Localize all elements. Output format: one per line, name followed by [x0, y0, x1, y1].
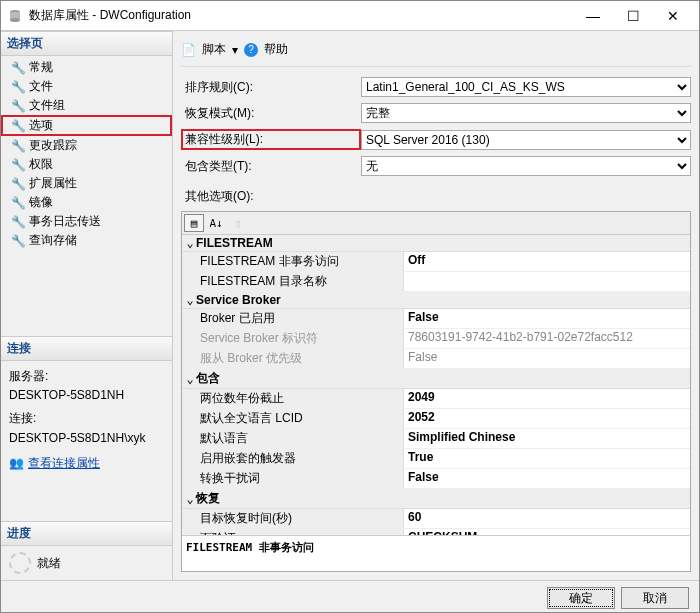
propgrid-category[interactable]: ⌄恢复 — [182, 489, 690, 509]
collapse-icon[interactable]: ⌄ — [184, 372, 196, 386]
sidebar-item-2[interactable]: 🔧文件组 — [1, 96, 172, 115]
prop-name: Broker 已启用 — [182, 309, 404, 328]
cancel-button[interactable]: 取消 — [621, 587, 689, 609]
prop-name: 启用嵌套的触发器 — [182, 449, 404, 468]
wrench-icon: 🔧 — [11, 215, 25, 229]
propgrid-row[interactable]: 默认语言Simplified Chinese — [182, 429, 690, 449]
sidebar-item-label: 文件组 — [29, 97, 65, 114]
prop-value[interactable]: False — [404, 469, 690, 488]
view-connection-link[interactable]: 查看连接属性 — [28, 454, 100, 473]
propgrid-category[interactable]: ⌄包含 — [182, 369, 690, 389]
app-icon — [7, 8, 23, 24]
contain-select[interactable]: 无 — [361, 156, 691, 176]
prop-name: 默认语言 — [182, 429, 404, 448]
propgrid-row[interactable]: 服从 Broker 优先级False — [182, 349, 690, 369]
category-label: FILESTREAM — [196, 236, 273, 250]
server-label: 服务器: — [9, 367, 164, 386]
propgrid-row[interactable]: 转换干扰词False — [182, 469, 690, 489]
compat-select[interactable]: SQL Server 2016 (130) — [361, 130, 691, 150]
propgrid-row[interactable]: FILESTREAM 非事务访问Off — [182, 252, 690, 272]
prop-value[interactable]: Off — [404, 252, 690, 271]
collapse-icon[interactable]: ⌄ — [184, 492, 196, 506]
prop-value[interactable]: 2052 — [404, 409, 690, 428]
prop-value[interactable] — [404, 272, 690, 291]
minimize-button[interactable]: — — [573, 2, 613, 30]
prop-name: 服从 Broker 优先级 — [182, 349, 404, 368]
sidebar-item-label: 扩展属性 — [29, 175, 77, 192]
other-options-label: 其他选项(O): — [181, 188, 361, 205]
categorized-button[interactable]: ▤ — [184, 214, 204, 232]
prop-value[interactable]: 2049 — [404, 389, 690, 408]
connection-header: 连接 — [1, 336, 172, 361]
propgrid-row[interactable]: Broker 已启用False — [182, 309, 690, 329]
sidebar-item-0[interactable]: 🔧常规 — [1, 58, 172, 77]
prop-value[interactable]: 60 — [404, 509, 690, 528]
propgrid-help: FILESTREAM 非事务访问 — [182, 535, 690, 571]
propgrid-category[interactable]: ⌄FILESTREAM — [182, 235, 690, 252]
window-controls: — ☐ ✕ — [573, 2, 693, 30]
sidebar-item-label: 文件 — [29, 78, 53, 95]
alphabetical-button[interactable]: A↓ — [206, 214, 226, 232]
collation-select[interactable]: Latin1_General_100_CI_AS_KS_WS — [361, 77, 691, 97]
sidebar-item-3[interactable]: 🔧选项 — [1, 115, 172, 136]
sidebar-item-label: 查询存储 — [29, 232, 77, 249]
wrench-icon: 🔧 — [11, 139, 25, 153]
propgrid-toolbar: ▤ A↓ ▯ — [182, 212, 690, 235]
sidebar-item-1[interactable]: 🔧文件 — [1, 77, 172, 96]
user-icon: 👥 — [9, 454, 24, 473]
propgrid-row[interactable]: FILESTREAM 目录名称 — [182, 272, 690, 292]
prop-name: Service Broker 标识符 — [182, 329, 404, 348]
sidebar-item-6[interactable]: 🔧扩展属性 — [1, 174, 172, 193]
sidebar-item-4[interactable]: 🔧更改跟踪 — [1, 136, 172, 155]
sidebar-item-label: 常规 — [29, 59, 53, 76]
left-panel: 选择页 🔧常规🔧文件🔧文件组🔧选项🔧更改跟踪🔧权限🔧扩展属性🔧镜像🔧事务日志传送… — [1, 31, 173, 580]
spinner-icon — [9, 552, 31, 574]
wrench-icon: 🔧 — [11, 234, 25, 248]
category-label: 恢复 — [196, 490, 220, 507]
toolbar: 📄 脚本 ▾ ? 帮助 — [181, 39, 691, 67]
dropdown-icon[interactable]: ▾ — [232, 43, 238, 57]
recovery-select[interactable]: 完整 — [361, 103, 691, 123]
script-button[interactable]: 脚本 — [202, 41, 226, 58]
close-button[interactable]: ✕ — [653, 2, 693, 30]
collapse-icon[interactable]: ⌄ — [184, 293, 196, 307]
propgrid-row[interactable]: 两位数年份截止2049 — [182, 389, 690, 409]
propgrid-body[interactable]: ⌄FILESTREAMFILESTREAM 非事务访问OffFILESTREAM… — [182, 235, 690, 535]
propgrid-row[interactable]: 目标恢复时间(秒)60 — [182, 509, 690, 529]
recovery-label: 恢复模式(M): — [181, 105, 361, 122]
sidebar-item-5[interactable]: 🔧权限 — [1, 155, 172, 174]
collapse-icon[interactable]: ⌄ — [184, 236, 196, 250]
sidebar-item-7[interactable]: 🔧镜像 — [1, 193, 172, 212]
select-page-header: 选择页 — [1, 31, 172, 56]
propgrid-row[interactable]: 默认全文语言 LCID2052 — [182, 409, 690, 429]
propgrid-row[interactable]: Service Broker 标识符78603191-9742-41b2-b79… — [182, 329, 690, 349]
wrench-icon: 🔧 — [11, 99, 25, 113]
ok-button[interactable]: 确定 — [547, 587, 615, 609]
propgrid-row[interactable]: 启用嵌套的触发器True — [182, 449, 690, 469]
prop-value[interactable]: False — [404, 349, 690, 368]
property-grid: ▤ A↓ ▯ ⌄FILESTREAMFILESTREAM 非事务访问OffFIL… — [181, 211, 691, 572]
progress-header: 进度 — [1, 521, 172, 546]
wrench-icon: 🔧 — [11, 80, 25, 94]
prop-value[interactable]: 78603191-9742-41b2-b791-02e72facc512 — [404, 329, 690, 348]
window-title: 数据库属性 - DWConfiguration — [29, 7, 573, 24]
prop-name: 默认全文语言 LCID — [182, 409, 404, 428]
sidebar-item-9[interactable]: 🔧查询存储 — [1, 231, 172, 250]
compat-label: 兼容性级别(L): — [181, 129, 361, 150]
server-value: DESKTOP-5S8D1NH — [9, 386, 164, 405]
prop-value[interactable]: True — [404, 449, 690, 468]
contain-label: 包含类型(T): — [181, 158, 361, 175]
sidebar-item-label: 权限 — [29, 156, 53, 173]
sidebar-item-8[interactable]: 🔧事务日志传送 — [1, 212, 172, 231]
footer: 确定 取消 — [1, 580, 699, 613]
wrench-icon: 🔧 — [11, 177, 25, 191]
script-icon: 📄 — [181, 43, 196, 57]
maximize-button[interactable]: ☐ — [613, 2, 653, 30]
category-label: 包含 — [196, 370, 220, 387]
help-button[interactable]: 帮助 — [264, 41, 288, 58]
prop-value[interactable]: False — [404, 309, 690, 328]
propgrid-category[interactable]: ⌄Service Broker — [182, 292, 690, 309]
wrench-icon: 🔧 — [11, 158, 25, 172]
prop-value[interactable]: Simplified Chinese — [404, 429, 690, 448]
wrench-icon: 🔧 — [11, 61, 25, 75]
